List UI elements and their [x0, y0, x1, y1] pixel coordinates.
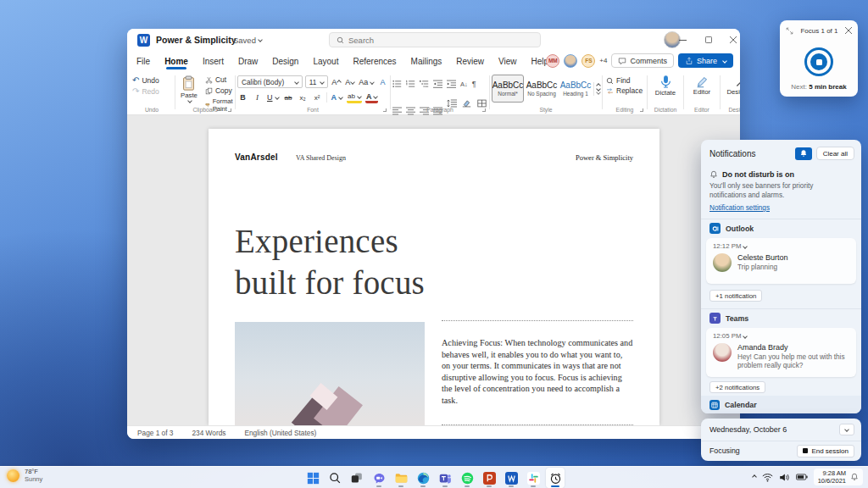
highlight-color-button[interactable]: ab — [347, 92, 362, 103]
editing-dialog-launcher[interactable] — [640, 108, 643, 112]
doc-header-center[interactable]: VA Shared Design — [296, 154, 346, 162]
status-page-count[interactable]: Page 1 of 3 — [137, 429, 173, 437]
start-button[interactable] — [303, 468, 322, 488]
calendar-group-header[interactable]: Calendar — [701, 396, 861, 413]
collaborator-overflow[interactable]: +4 — [599, 57, 607, 64]
bullets-icon[interactable] — [392, 76, 402, 92]
outlook-more-notifications-button[interactable]: +1 notification — [709, 290, 762, 302]
taskbar-search-button[interactable] — [326, 468, 344, 488]
tray-overflow-chevron-icon[interactable] — [752, 474, 757, 480]
tab-file[interactable]: File — [136, 53, 151, 69]
doc-heading[interactable]: Experiences built for focus — [235, 220, 425, 303]
find-button[interactable]: Find — [604, 75, 645, 86]
calendar-collapse-button[interactable] — [839, 424, 854, 435]
tab-references[interactable]: References — [352, 53, 397, 69]
collaborator-avatar-mm[interactable]: MM — [546, 54, 559, 68]
battery-icon[interactable] — [796, 474, 808, 480]
sort-icon[interactable]: A↓ — [460, 80, 468, 88]
outlook-group-header[interactable]: Outlook — [709, 223, 754, 234]
change-case-button[interactable]: Aa — [358, 76, 375, 88]
collaborator-avatar-photo[interactable] — [564, 54, 577, 68]
italic-button[interactable]: I — [252, 92, 263, 103]
cut-button[interactable]: Cut — [203, 75, 237, 85]
clipboard-dialog-launcher[interactable] — [228, 108, 231, 112]
shrink-font-button[interactable]: A — [344, 76, 355, 88]
maximize-button[interactable] — [696, 29, 721, 51]
taskbar-teams-app[interactable] — [436, 468, 454, 488]
underline-button[interactable]: U — [266, 92, 280, 103]
pilcrow-icon[interactable]: ¶ — [472, 80, 476, 88]
tab-review[interactable]: Review — [455, 53, 485, 69]
word-search-box[interactable] — [329, 32, 541, 47]
collaborator-avatar-fs[interactable]: FS — [581, 54, 595, 68]
grow-font-button[interactable]: A — [331, 76, 342, 88]
clear-all-button[interactable]: Clear all — [816, 147, 854, 160]
tray-clock[interactable]: 9:28 AM 10/6/2021 — [814, 469, 863, 485]
minimize-button[interactable] — [670, 29, 695, 51]
tab-layout[interactable]: Layout — [312, 53, 339, 69]
tab-design[interactable]: Design — [271, 53, 299, 69]
notification-bell-icon[interactable] — [850, 473, 859, 481]
font-size-select[interactable]: 11 — [305, 75, 329, 88]
stop-focus-button[interactable] — [810, 53, 827, 70]
font-color-button[interactable]: A — [365, 92, 379, 103]
font-dialog-launcher[interactable] — [383, 108, 387, 112]
strikethrough-button[interactable]: ab — [283, 92, 294, 103]
outlook-notification-card[interactable]: 12:12 PM Celeste Burton Trip planning — [706, 238, 856, 284]
taskbar-powerpoint-app[interactable] — [480, 468, 498, 488]
style-no-spacing[interactable]: AaBbCcNo Spacing — [526, 75, 558, 103]
chevron-down-icon[interactable] — [743, 334, 748, 339]
redo-button[interactable]: ↷Redo — [131, 86, 173, 97]
teams-more-notifications-button[interactable]: +2 notifications — [709, 381, 765, 393]
share-button[interactable]: Share — [678, 53, 733, 68]
search-input[interactable] — [348, 36, 518, 45]
copy-button[interactable]: Copy — [203, 86, 237, 96]
tab-insert[interactable]: Insert — [202, 53, 225, 69]
doc-image[interactable] — [235, 322, 425, 425]
doc-body-column[interactable]: Achieving Focus: When technology communi… — [442, 320, 633, 425]
teams-group-header[interactable]: Teams — [709, 313, 748, 324]
text-effects-button[interactable]: A — [331, 92, 344, 103]
designer-button[interactable]: Designer — [722, 73, 740, 97]
document-page[interactable]: VanArsdel VA Shared Design Power & Simpl… — [209, 129, 659, 425]
taskbar-clock-app[interactable] — [546, 468, 565, 488]
status-language[interactable]: English (United States) — [244, 429, 316, 437]
do-not-disturb-toggle[interactable] — [795, 147, 812, 160]
weather-widget[interactable]: 78°F Sunny — [7, 469, 42, 483]
taskbar-file-explorer[interactable] — [392, 468, 410, 488]
undo-button[interactable]: ↶Undo — [131, 75, 173, 86]
taskbar-spotify-app[interactable] — [458, 468, 476, 488]
dictate-button[interactable]: Dictate — [649, 73, 682, 97]
wifi-icon[interactable] — [762, 473, 773, 482]
font-family-select[interactable]: Calibri (Body) — [237, 75, 303, 88]
notification-settings-link[interactable]: Notification settings — [709, 204, 770, 212]
taskbar-word-app[interactable] — [502, 468, 520, 488]
taskbar-chat-app[interactable] — [370, 468, 388, 488]
subscript-button[interactable]: x₂ — [298, 92, 309, 103]
editor-button[interactable]: Editor — [686, 73, 718, 97]
replace-button[interactable]: Replace — [604, 86, 645, 96]
increase-indent-icon[interactable] — [447, 76, 456, 92]
teams-notification-card[interactable]: 12:05 PM Amanda Brady Hey! Can you help … — [706, 328, 856, 377]
chevron-down-icon[interactable] — [743, 244, 748, 249]
style-heading1[interactable]: AaBbCcHeading 1 — [559, 75, 592, 103]
expand-icon[interactable] — [786, 27, 793, 35]
tab-draw[interactable]: Draw — [237, 53, 259, 69]
superscript-button[interactable]: x² — [312, 92, 323, 103]
tab-mailings[interactable]: Mailings — [410, 53, 443, 69]
status-word-count[interactable]: 234 Words — [192, 429, 225, 437]
multilevel-list-icon[interactable] — [420, 76, 429, 92]
decrease-indent-icon[interactable] — [433, 76, 442, 92]
doc-logo[interactable]: VanArsdel — [235, 152, 278, 162]
comments-button[interactable]: Comments — [611, 53, 674, 68]
close-button[interactable] — [721, 29, 740, 51]
doc-header-right[interactable]: Power & Simplicity — [576, 153, 633, 162]
task-view-button[interactable] — [348, 468, 366, 488]
end-session-button[interactable]: End session — [797, 445, 854, 458]
autosave-status[interactable]: Saved — [233, 36, 262, 45]
paragraph-dialog-launcher[interactable] — [482, 108, 486, 112]
close-icon[interactable] — [845, 27, 852, 34]
volume-icon[interactable] — [779, 473, 790, 482]
tab-view[interactable]: View — [498, 53, 518, 69]
tab-home[interactable]: Home — [164, 53, 189, 69]
